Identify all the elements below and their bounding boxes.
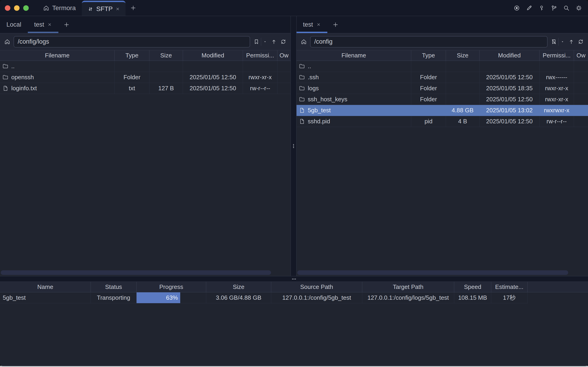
- transfers-header: Name Status Progress Size Source Path Ta…: [0, 282, 588, 292]
- new-pane-tab-button[interactable]: [58, 16, 75, 33]
- edit-button[interactable]: [526, 5, 532, 11]
- divider: [558, 38, 559, 46]
- pane-splitter[interactable]: [290, 16, 297, 276]
- column-header-filename[interactable]: Filename: [0, 50, 115, 61]
- file-row[interactable]: openssh Folder 2025/01/05 12:50 rwxr-xr-…: [0, 72, 290, 83]
- zoom-window-button[interactable]: [23, 5, 29, 11]
- column-header-estimate[interactable]: Estimate...: [491, 282, 528, 292]
- folder-icon: [2, 63, 9, 69]
- transfer-target-path: 127.0.0.1:/config/logs/5gb_test: [362, 292, 454, 303]
- column-header-size[interactable]: Size: [206, 282, 271, 292]
- column-header-modified[interactable]: Modified: [479, 50, 539, 61]
- parent-directory-button[interactable]: [271, 39, 277, 45]
- transfer-estimate: 17秒: [491, 292, 528, 303]
- left-path-input[interactable]: [14, 38, 250, 45]
- new-terminal-tab-button[interactable]: [126, 0, 141, 16]
- search-icon: [563, 5, 570, 11]
- key-icon: [538, 5, 545, 11]
- home-button[interactable]: [301, 39, 307, 45]
- transfer-speed: 108.15 MB: [454, 292, 491, 303]
- column-header-permissions[interactable]: Permissi...: [539, 50, 574, 61]
- close-window-button[interactable]: [5, 5, 10, 11]
- column-header-owner[interactable]: Ow: [277, 50, 290, 61]
- file-row[interactable]: logs Folder 2025/01/05 18:35 rwxr-xr-x: [297, 83, 588, 94]
- new-pane-tab-button[interactable]: [327, 16, 344, 33]
- column-header-target-path[interactable]: Target Path: [362, 282, 454, 292]
- column-header-filename[interactable]: Filename: [297, 50, 411, 61]
- refresh-icon: [578, 39, 584, 45]
- close-tab-icon[interactable]: [47, 22, 52, 27]
- chevron-down-icon: [560, 39, 565, 44]
- gear-icon: [576, 5, 582, 11]
- tab-termora-label: Termora: [52, 4, 76, 12]
- keys-button[interactable]: [538, 5, 545, 11]
- file-row[interactable]: .ssh Folder 2025/01/05 12:50 rwx------: [297, 72, 588, 83]
- scrollbar-thumb[interactable]: [1, 270, 271, 275]
- column-header-progress[interactable]: Progress: [136, 282, 206, 292]
- file-row[interactable]: ssh_host_keys Folder 2025/01/05 12:50 rw…: [297, 94, 588, 105]
- tab-test-left[interactable]: test: [28, 16, 59, 33]
- left-bookmark-group: [253, 38, 268, 46]
- home-button[interactable]: [4, 39, 10, 45]
- transfer-row-filler: [528, 292, 588, 303]
- tab-sftp[interactable]: SFTP: [82, 1, 126, 16]
- tab-local-label: Local: [7, 21, 21, 28]
- file-icon: [299, 107, 305, 113]
- left-horizontal-scrollbar[interactable]: [0, 270, 290, 275]
- file-row-parent[interactable]: ..: [0, 61, 290, 72]
- right-path-input[interactable]: [311, 38, 547, 45]
- minimize-window-button[interactable]: [14, 5, 19, 11]
- transfer-name: 5gb_test: [0, 292, 91, 303]
- column-header-modified[interactable]: Modified: [183, 50, 243, 61]
- right-table-body: .. .ssh Folder 2025/01/05 12:50: [297, 61, 588, 276]
- column-header-size[interactable]: Size: [149, 50, 183, 61]
- file-row-selected[interactable]: 5gb_test 4.88 GB 2025/01/05 13:02 rwxrwx…: [297, 105, 588, 116]
- record-button[interactable]: [513, 5, 520, 11]
- refresh-button[interactable]: [280, 39, 286, 45]
- bookmark-dropdown-button[interactable]: [263, 39, 268, 44]
- column-header-type[interactable]: Type: [115, 50, 149, 61]
- scrollbar-thumb[interactable]: [297, 270, 568, 275]
- bookmark-button[interactable]: [551, 39, 557, 45]
- home-icon: [43, 5, 49, 11]
- folder-icon: [2, 74, 9, 80]
- file-row-parent[interactable]: ..: [297, 61, 588, 72]
- column-header-name[interactable]: Name: [0, 282, 91, 292]
- column-header-speed[interactable]: Speed: [454, 282, 491, 292]
- bookmark-button[interactable]: [253, 39, 260, 45]
- parent-directory-button[interactable]: [568, 39, 574, 45]
- close-tab-icon[interactable]: [316, 22, 321, 27]
- progress-label: 63%: [166, 294, 178, 301]
- progress-bar: 63%: [136, 292, 180, 303]
- column-header-type[interactable]: Type: [411, 50, 446, 61]
- transfer-status: Transporting: [91, 292, 136, 303]
- settings-button[interactable]: [576, 5, 582, 11]
- folder-icon: [299, 63, 305, 69]
- transfers-splitter[interactable]: [0, 276, 588, 282]
- keychain-button[interactable]: [551, 5, 557, 11]
- search-button[interactable]: [563, 5, 570, 11]
- transfer-progress-cell: 63%: [136, 292, 206, 303]
- column-header-owner[interactable]: Ow: [574, 50, 588, 61]
- folder-icon: [299, 85, 305, 92]
- transfer-row[interactable]: 5gb_test Transporting 63% 3.06 GB/4.88 G…: [0, 292, 588, 303]
- right-horizontal-scrollbar[interactable]: [297, 270, 588, 275]
- bookmark-dropdown-button[interactable]: [560, 39, 565, 44]
- folder-icon: [299, 96, 305, 102]
- file-row[interactable]: sshd.pid pid 4 B 2025/01/05 12:50 rw-r--…: [297, 116, 588, 127]
- file-row[interactable]: loginfo.txt txt 127 B 2025/01/05 12:50 r…: [0, 83, 290, 94]
- column-header-size[interactable]: Size: [446, 50, 479, 61]
- left-pane-tabs: Local test: [0, 16, 290, 33]
- column-header-status[interactable]: Status: [91, 282, 136, 292]
- tab-termora[interactable]: Termora: [37, 0, 82, 16]
- tab-test-right[interactable]: test: [297, 16, 327, 33]
- close-tab-icon[interactable]: [115, 7, 120, 11]
- bookmark-off-icon: [551, 39, 557, 45]
- column-header-source-path[interactable]: Source Path: [271, 282, 362, 292]
- tab-sftp-label: SFTP: [96, 5, 113, 13]
- column-header-permissions[interactable]: Permissi...: [243, 50, 277, 61]
- transfer-source-path: 127.0.0.1:/config/5gb_test: [271, 292, 362, 303]
- tab-local[interactable]: Local: [0, 16, 28, 33]
- plus-icon: [130, 5, 136, 11]
- refresh-button[interactable]: [578, 39, 584, 45]
